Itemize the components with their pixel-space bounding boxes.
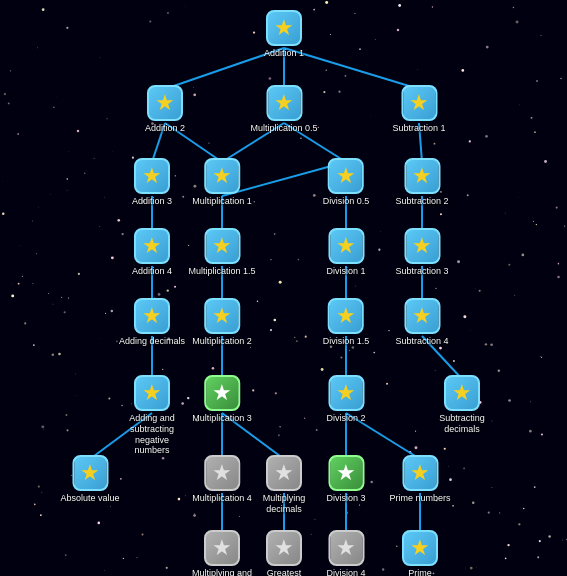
- node-label-div2: Division 2: [326, 413, 365, 424]
- star-icon-mult05: ★: [266, 85, 302, 121]
- node-label-addition2: Addition 2: [145, 123, 185, 134]
- node-primefact[interactable]: ★ Prime factorization: [385, 530, 455, 576]
- star-icon-sub2: ★: [404, 158, 440, 194]
- node-label-subdec: Subtracting decimals: [427, 413, 497, 435]
- star-icon-mult1: ★: [204, 158, 240, 194]
- star-icon-mult4: ★: [204, 455, 240, 491]
- node-multdiv[interactable]: ★ Multiplying and dividing: [187, 530, 257, 576]
- node-subdec[interactable]: ★ Subtracting decimals: [427, 375, 497, 435]
- star-icon-addition2: ★: [147, 85, 183, 121]
- star-icon-sub1: ★: [401, 85, 437, 121]
- node-mult15[interactable]: ★ Multiplication 1.5: [188, 228, 255, 277]
- node-sub3[interactable]: ★ Subtraction 3: [395, 228, 448, 277]
- star-icon-subdec: ★: [444, 375, 480, 411]
- star-icon-div1: ★: [328, 228, 364, 264]
- node-addition2[interactable]: ★ Addition 2: [145, 85, 185, 134]
- star-icon-addsubneg: ★: [134, 375, 170, 411]
- node-div3[interactable]: ★ Division 3: [326, 455, 365, 504]
- star-icon-mult2: ★: [204, 298, 240, 334]
- node-label-mult2: Multiplication 2: [192, 336, 252, 347]
- node-label-sub2: Subtraction 2: [395, 196, 448, 207]
- node-label-multdiv: Multiplying and dividing: [187, 568, 257, 576]
- node-label-absval: Absolute value: [60, 493, 119, 504]
- node-multdec[interactable]: ★ Multiplying decimals: [249, 455, 319, 515]
- node-sub2[interactable]: ★ Subtraction 2: [395, 158, 448, 207]
- node-div05[interactable]: ★ Division 0.5: [323, 158, 370, 207]
- node-div15[interactable]: ★ Division 1.5: [323, 298, 370, 347]
- star-icon-div2: ★: [328, 375, 364, 411]
- star-icon-prime: ★: [402, 455, 438, 491]
- node-div2[interactable]: ★ Division 2: [326, 375, 365, 424]
- node-label-div3: Division 3: [326, 493, 365, 504]
- node-mult1[interactable]: ★ Multiplication 1: [192, 158, 252, 207]
- node-label-addingdec: Adding decimals: [119, 336, 185, 347]
- star-icon-mult15: ★: [204, 228, 240, 264]
- node-label-multdec: Multiplying decimals: [249, 493, 319, 515]
- node-addition1[interactable]: ★ Addition 1: [264, 10, 304, 59]
- node-prime[interactable]: ★ Prime numbers: [389, 455, 450, 504]
- node-gcd[interactable]: ★ Greatest common: [249, 530, 319, 576]
- star-icon-sub3: ★: [404, 228, 440, 264]
- node-label-primefact: Prime factorization: [385, 568, 455, 576]
- node-label-addition3: Addition 3: [132, 196, 172, 207]
- node-label-sub4: Subtraction 4: [395, 336, 448, 347]
- star-icon-addition4: ★: [134, 228, 170, 264]
- node-label-gcd: Greatest common: [249, 568, 319, 576]
- node-label-addition4: Addition 4: [132, 266, 172, 277]
- star-icon-div05: ★: [328, 158, 364, 194]
- node-addition4[interactable]: ★ Addition 4: [132, 228, 172, 277]
- node-mult2[interactable]: ★ Multiplication 2: [192, 298, 252, 347]
- node-label-sub1: Subtraction 1: [392, 123, 445, 134]
- node-label-mult15: Multiplication 1.5: [188, 266, 255, 277]
- node-sub1[interactable]: ★ Subtraction 1: [392, 85, 445, 134]
- node-sub4[interactable]: ★ Subtraction 4: [395, 298, 448, 347]
- node-label-div1: Division 1: [326, 266, 365, 277]
- star-icon-addition1: ★: [266, 10, 302, 46]
- node-mult3[interactable]: ★ Multiplication 3: [192, 375, 252, 424]
- node-absval[interactable]: ★ Absolute value: [60, 455, 119, 504]
- svg-line-2: [284, 48, 419, 89]
- node-addsubneg[interactable]: ★ Adding and subtracting negative number…: [117, 375, 187, 456]
- node-div1[interactable]: ★ Division 1: [326, 228, 365, 277]
- node-mult05[interactable]: ★ Multiplication 0.5: [250, 85, 317, 134]
- node-label-div15: Division 1.5: [323, 336, 370, 347]
- node-label-sub3: Subtraction 3: [395, 266, 448, 277]
- star-icon-div4: ★: [328, 530, 364, 566]
- star-icon-multdec: ★: [266, 455, 302, 491]
- star-icon-multdiv: ★: [204, 530, 240, 566]
- star-icon-div3: ★: [328, 455, 364, 491]
- node-label-prime: Prime numbers: [389, 493, 450, 504]
- node-label-mult4: Multiplication 4: [192, 493, 252, 504]
- node-mult4[interactable]: ★ Multiplication 4: [192, 455, 252, 504]
- star-icon-gcd: ★: [266, 530, 302, 566]
- node-label-addsubneg: Adding and subtracting negative numbers: [117, 413, 187, 456]
- star-icon-sub4: ★: [404, 298, 440, 334]
- star-icon-div15: ★: [328, 298, 364, 334]
- node-addingdec[interactable]: ★ Adding decimals: [119, 298, 185, 347]
- node-label-mult05: Multiplication 0.5: [250, 123, 317, 134]
- star-icon-primefact: ★: [402, 530, 438, 566]
- node-label-mult1: Multiplication 1: [192, 196, 252, 207]
- node-label-mult3: Multiplication 3: [192, 413, 252, 424]
- node-label-addition1: Addition 1: [264, 48, 304, 59]
- node-div4[interactable]: ★ Division 4: [326, 530, 365, 576]
- star-icon-addingdec: ★: [134, 298, 170, 334]
- node-label-div4: Division 4: [326, 568, 365, 576]
- star-icon-absval: ★: [72, 455, 108, 491]
- node-label-div05: Division 0.5: [323, 196, 370, 207]
- node-addition3[interactable]: ★ Addition 3: [132, 158, 172, 207]
- star-icon-addition3: ★: [134, 158, 170, 194]
- star-icon-mult3: ★: [204, 375, 240, 411]
